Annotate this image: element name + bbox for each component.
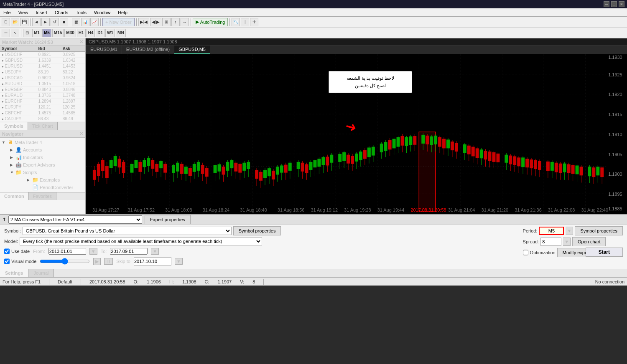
tab-favorites[interactable]: Favorites (29, 192, 56, 200)
skip-to-input[interactable] (134, 257, 171, 265)
period-h4[interactable]: H4 (87, 29, 95, 37)
menu-help[interactable]: Help (116, 9, 129, 16)
chart-line-button[interactable]: 📈 (90, 18, 99, 26)
nav-accounts[interactable]: ▶ 👤 Accounts (8, 146, 85, 154)
save-button[interactable]: 💾 (20, 18, 28, 26)
maximize-button[interactable]: □ (611, 1, 617, 7)
visual-mode-checkbox[interactable] (4, 257, 10, 265)
zoom-in-button[interactable]: ▶|◀ (138, 18, 150, 26)
menu-window[interactable]: Window (92, 9, 112, 16)
from-input[interactable] (48, 248, 86, 255)
minimize-button[interactable]: ─ (604, 1, 609, 7)
spread-dropdown-icon[interactable]: ▼ (563, 238, 571, 246)
menu-charts[interactable]: Charts (53, 9, 70, 16)
table-row[interactable]: ● EURUSD1.44511.4453 (0, 63, 85, 69)
refresh-button[interactable]: ↺ (51, 18, 59, 26)
scroll2-button[interactable]: ↔ (181, 18, 189, 26)
expert-properties-button[interactable]: Expert properties (145, 215, 191, 224)
new-button[interactable]: 🗋 (2, 18, 10, 26)
period-input[interactable] (539, 227, 564, 235)
table-row[interactable]: ● GBPUSD1.63391.6342 (0, 58, 85, 63)
spread-input[interactable] (540, 238, 561, 246)
tab-symbols[interactable]: Symbols (0, 122, 28, 130)
period-m5[interactable]: M5 (42, 29, 51, 37)
autotrading-button[interactable]: ▶ AutoTrading (193, 18, 228, 26)
tab-journal[interactable]: Journal (28, 269, 54, 277)
period-d1[interactable]: D1 (96, 29, 104, 37)
nav-scripts[interactable]: ▼ 📁 Scripts (8, 169, 85, 176)
tab-settings[interactable]: Settings (0, 269, 28, 277)
period-mn[interactable]: MN (116, 29, 126, 37)
period-sep-button[interactable]: | (241, 18, 249, 26)
line-tool-button[interactable]: ─ (2, 29, 10, 37)
table-row[interactable]: ● AUDUSD1.05151.0518 (0, 81, 85, 87)
optimization-checkbox[interactable] (523, 248, 528, 257)
usedate-checkbox[interactable] (4, 247, 10, 255)
open-button[interactable]: 📂 (11, 18, 19, 26)
period-m15[interactable]: M15 (52, 29, 64, 37)
chart-tab-eurusd-m1[interactable]: EURUSD,M1 (86, 46, 122, 54)
open-chart-button[interactable]: Open chart (572, 237, 606, 246)
candle-chart[interactable]: 1.1930 1.1925 1.1920 1.1915 1.1910 1.190… (86, 54, 627, 214)
period-h1[interactable]: H1 (77, 29, 86, 37)
pause-button[interactable]: ⏸ (104, 258, 113, 265)
menu-tools[interactable]: Tools (74, 9, 88, 16)
to-input[interactable] (110, 248, 148, 255)
from-calendar-icon[interactable]: ▼ (89, 248, 97, 255)
back-button[interactable]: ◄ (32, 18, 41, 26)
stop-button[interactable]: ■ (60, 18, 68, 26)
nav-root[interactable]: ▼ 🖥 MetaTrader 4 (0, 139, 85, 146)
cursor-button[interactable]: ↖ (11, 29, 19, 37)
hline-button[interactable]: ⊟ (23, 29, 31, 37)
table-row[interactable]: ● EURJPY120.21120.25 (0, 104, 85, 110)
tab-common[interactable]: Common (0, 192, 29, 200)
indicator-button[interactable]: 📉 (232, 18, 240, 26)
chart-bar-button[interactable]: ▦ (72, 18, 80, 26)
table-row[interactable]: ● EURGBP0.88430.8846 (0, 87, 85, 93)
forward-button[interactable]: ► (41, 18, 50, 26)
chart-tab-gbpusd-m5[interactable]: GBPUSD,M5 (174, 46, 210, 54)
scroll-button[interactable]: ↕ (171, 18, 180, 26)
menu-file[interactable]: File (2, 9, 13, 16)
speed-slider[interactable] (40, 258, 90, 265)
nav-expert-advisors[interactable]: ▶ 🤖 Expert Advisors (8, 161, 85, 169)
table-row[interactable]: ● USDJPY83.1983.22 (0, 69, 85, 75)
menu-insert[interactable]: Insert (34, 9, 49, 16)
crosshair-button[interactable]: ✛ (250, 18, 258, 26)
table-row[interactable]: ● GBPCHF1.45751.4585 (0, 110, 85, 116)
ea-dropdown[interactable]: 2 MA Crosses Mega filter EA V1.ex4 (8, 215, 142, 224)
start-button[interactable]: Start (586, 248, 623, 257)
to-calendar-icon[interactable]: ▼ (151, 248, 159, 255)
symbol-properties-button2[interactable]: Symbol properties (575, 226, 623, 235)
model-select[interactable]: Every tick (the most precise method base… (20, 237, 262, 245)
table-row[interactable]: ● USDCAD0.96200.9624 (0, 75, 85, 81)
table-row[interactable]: ● CADJPY86.4386.49 (0, 116, 85, 122)
close-button[interactable]: ✕ (619, 1, 624, 7)
zoom-out-button[interactable]: ◀|▶ (150, 18, 161, 26)
svg-rect-151 (393, 139, 396, 148)
skip-calendar-icon[interactable]: ▼ (175, 258, 183, 265)
navigator-close[interactable]: ✕ (79, 131, 83, 136)
table-row[interactable]: ● USDCHF0.89210.8925 (0, 52, 85, 58)
nav-examples[interactable]: ▶ 📁 Examples (25, 176, 85, 184)
chart-area: GBPUSD,M5 1.1907 1.1908 1.1907 1.1908 EU… (86, 38, 627, 214)
table-row[interactable]: ● EURAUD1.37361.3748 (0, 93, 85, 99)
grid-button[interactable]: ⊞ (162, 18, 171, 26)
menu-view[interactable]: View (17, 9, 30, 16)
symbol-properties-button[interactable]: Symbol properties (233, 226, 281, 235)
new-order-button[interactable]: + New Order (102, 18, 135, 26)
period-m30[interactable]: M30 (64, 29, 76, 37)
table-row[interactable]: ● EURCHF1.28941.2897 (0, 99, 85, 104)
symbol-select[interactable]: GBPUSD, Great Britain Pound vs US Dollar (23, 227, 232, 235)
nav-period-converter[interactable]: 📄 PeriodConverter (25, 184, 85, 191)
market-watch-close[interactable]: ✕ (79, 39, 83, 45)
period-dropdown-icon[interactable]: ▼ (566, 227, 573, 235)
play-button[interactable]: ▶ (93, 258, 101, 265)
period-w1[interactable]: W1 (105, 29, 115, 37)
nav-indicators[interactable]: ▶ 📊 Indicators (8, 154, 85, 161)
period-m1[interactable]: M1 (32, 29, 41, 37)
chart-tab-eurusd-m2[interactable]: EURUSD,M2 (offline) (122, 46, 174, 54)
chart-candle-button[interactable]: 📊 (81, 18, 89, 26)
tab-tick-chart[interactable]: Tick Chart (28, 122, 58, 130)
bid-cell: 1.4451 (36, 63, 61, 69)
